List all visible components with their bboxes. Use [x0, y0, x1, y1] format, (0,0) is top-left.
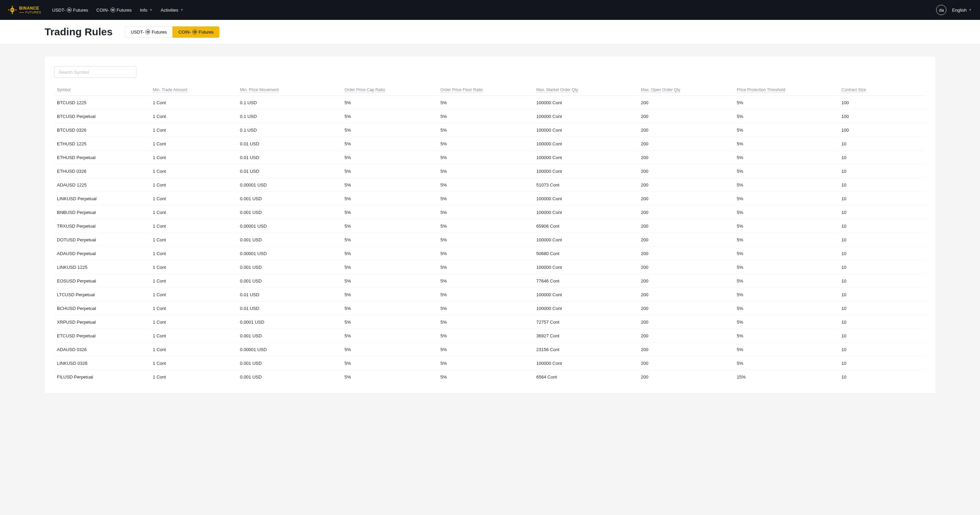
table-cell: BTCUSD 1225	[54, 96, 150, 110]
table-cell: 5%	[734, 261, 839, 274]
table-cell: 200	[638, 219, 734, 233]
table-cell: 100000 Cont	[533, 206, 638, 219]
table-cell: 5%	[734, 206, 839, 219]
language-selector[interactable]: English▼	[952, 8, 972, 13]
col-min-trade[interactable]: Min. Trade Amount	[150, 84, 237, 96]
table-row: ETHUSD 03261 Cont0.01 USD5%5%100000 Cont…	[54, 165, 926, 178]
table-cell: 5%	[342, 124, 438, 137]
col-floor-ratio[interactable]: Order Price Floor Ratio	[438, 84, 533, 96]
table-cell: 200	[638, 178, 734, 192]
table-cell: 5%	[438, 261, 533, 274]
col-price-prot[interactable]: Price Protection Threshold	[734, 84, 839, 96]
nav-coin-futures[interactable]: COIN-M Futures	[92, 8, 136, 13]
tab-coin-futures[interactable]: COIN-M Futures	[172, 26, 220, 38]
rules-table: Symbol Min. Trade Amount Min. Price Move…	[54, 84, 926, 384]
table-cell: EOSUSD Perpetual	[54, 274, 150, 288]
table-cell: 5%	[342, 370, 438, 384]
col-cap-ratio[interactable]: Order Price Cap Ratio	[342, 84, 438, 96]
table-cell: 0.001 USD	[237, 206, 342, 219]
m-badge-icon: M	[145, 30, 150, 34]
tab-usdt-futures[interactable]: USDT-M Futures	[125, 26, 172, 38]
table-cell: 5%	[734, 178, 839, 192]
subheader: Trading Rules USDT-M Futures COIN-M Futu…	[0, 20, 980, 44]
table-cell: 5%	[342, 192, 438, 206]
table-cell: 5%	[342, 151, 438, 165]
table-cell: 1 Cont	[150, 165, 237, 178]
table-cell: 5%	[342, 165, 438, 178]
table-cell: 5%	[342, 261, 438, 274]
table-cell: 10	[839, 165, 926, 178]
table-cell: 5%	[342, 233, 438, 247]
rules-card: Symbol Min. Trade Amount Min. Price Move…	[45, 57, 935, 393]
nav-info[interactable]: Info▼	[136, 8, 157, 13]
col-min-price[interactable]: Min. Price Movement	[237, 84, 342, 96]
table-cell: 23156 Cont	[533, 343, 638, 357]
table-cell: ADAUSD 1225	[54, 178, 150, 192]
table-cell: 1 Cont	[150, 343, 237, 357]
table-cell: 5%	[734, 96, 839, 110]
table-cell: 10	[839, 206, 926, 219]
table-cell: 5%	[734, 165, 839, 178]
table-cell: 5%	[438, 357, 533, 370]
m-badge-icon: M	[67, 8, 72, 12]
m-badge-icon: M	[192, 30, 197, 34]
table-cell: 100000 Cont	[533, 261, 638, 274]
col-max-market[interactable]: Max. Market Order Qty	[533, 84, 638, 96]
table-cell: 1 Cont	[150, 206, 237, 219]
table-cell: 100000 Cont	[533, 192, 638, 206]
col-symbol[interactable]: Symbol	[54, 84, 150, 96]
table-cell: 200	[638, 165, 734, 178]
top-nav: BINANCE FUTURES USDT-M Futures COIN-M Fu…	[0, 0, 980, 20]
table-cell: 100000 Cont	[533, 165, 638, 178]
table-cell: 0.00001 USD	[237, 178, 342, 192]
table-cell: 5%	[342, 178, 438, 192]
table-header-row: Symbol Min. Trade Amount Min. Price Move…	[54, 84, 926, 96]
table-cell: ADAUSD 0326	[54, 343, 150, 357]
table-cell: 5%	[734, 329, 839, 343]
table-cell: 10	[839, 302, 926, 315]
table-cell: 50680 Cont	[533, 247, 638, 261]
table-cell: 0.01 USD	[237, 302, 342, 315]
table-cell: BTCUSD 0326	[54, 124, 150, 137]
table-cell: 0.001 USD	[237, 370, 342, 384]
svg-rect-0	[12, 6, 13, 7]
search-input[interactable]	[54, 66, 137, 78]
table-row: LINKUSD Perpetual1 Cont0.001 USD5%5%1000…	[54, 192, 926, 206]
table-cell: FILUSD Perpetual	[54, 370, 150, 384]
brand-logo[interactable]: BINANCE FUTURES	[8, 6, 41, 14]
table-cell: 6564 Cont	[533, 370, 638, 384]
table-cell: 5%	[342, 343, 438, 357]
table-cell: 5%	[734, 247, 839, 261]
svg-rect-3	[15, 9, 16, 11]
table-cell: 5%	[734, 357, 839, 370]
chevron-down-icon: ▼	[150, 8, 153, 12]
table-cell: 100000 Cont	[533, 124, 638, 137]
table-cell: 5%	[734, 288, 839, 302]
table-cell: 0.01 USD	[237, 137, 342, 151]
user-avatar[interactable]: da	[936, 5, 947, 15]
table-cell: 5%	[438, 124, 533, 137]
table-cell: BTCUSD Perpetual	[54, 110, 150, 124]
nav-usdt-futures[interactable]: USDT-M Futures	[48, 8, 92, 13]
col-max-open[interactable]: Max. Open Order Qty	[638, 84, 734, 96]
table-cell: 5%	[734, 343, 839, 357]
table-cell: 5%	[734, 274, 839, 288]
table-cell: 5%	[438, 315, 533, 329]
table-cell: ETCUSD Perpetual	[54, 329, 150, 343]
table-row: LTCUSD Perpetual1 Cont0.01 USD5%5%100000…	[54, 288, 926, 302]
table-cell: 5%	[342, 247, 438, 261]
table-row: ETCUSD Perpetual1 Cont0.001 USD5%5%36927…	[54, 329, 926, 343]
table-cell: 100000 Cont	[533, 233, 638, 247]
table-cell: 5%	[438, 165, 533, 178]
table-cell: 5%	[438, 343, 533, 357]
table-cell: 65906 Cont	[533, 219, 638, 233]
table-cell: 1 Cont	[150, 247, 237, 261]
binance-logo-icon	[8, 6, 16, 14]
col-contract-size[interactable]: Contract Size	[839, 84, 926, 96]
table-row: DOTUSD Perpetual1 Cont0.001 USD5%5%10000…	[54, 233, 926, 247]
table-cell: 10	[839, 315, 926, 329]
nav-activities[interactable]: Activities▼	[157, 8, 188, 13]
table-cell: 5%	[438, 137, 533, 151]
table-cell: TRXUSD Perpetual	[54, 219, 150, 233]
table-cell: 5%	[342, 302, 438, 315]
